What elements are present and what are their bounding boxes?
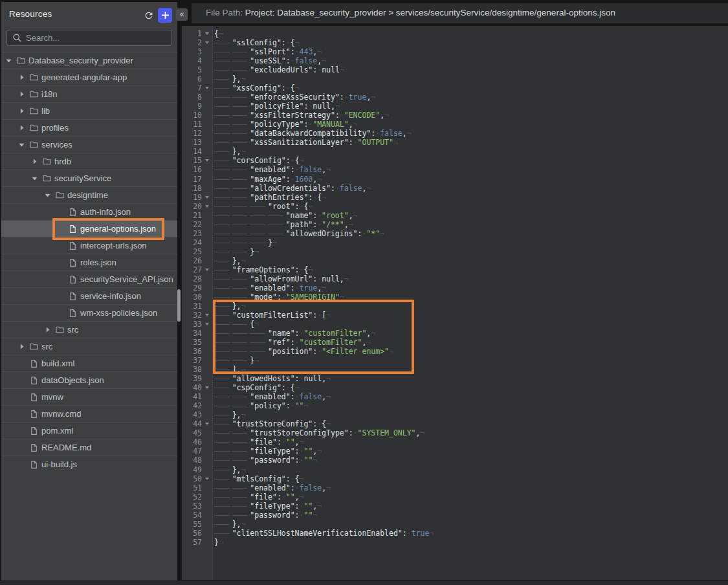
fold-arrow-icon[interactable] [205,87,209,89]
code-text: "policyType":·"MANUAL",¬ [214,120,358,129]
tab-invisible [214,311,232,319]
tree-item-Database_security_provider[interactable]: Database_security_provider [1,52,177,69]
tree-item-ui-build.js[interactable]: ui-build.js [1,456,177,472]
code-line-33: 33{¬ [182,320,728,329]
line-number: 26 [182,256,202,265]
fold-arrow-icon[interactable] [205,386,209,389]
code-line-3: 3"sslPort":·443,¬ [182,47,728,56]
tree-item-label: auth-info.json [80,207,131,217]
fold-arrow-icon[interactable] [205,269,209,271]
line-number: 12 [182,129,202,138]
file-path-label: File Path: [206,8,245,17]
fold-arrow-icon[interactable] [205,323,209,326]
tab-invisible [214,138,232,146]
tree-item-securityService_API.json[interactable]: securityService_API.json [1,270,177,287]
tab-invisible [214,129,232,137]
chevron-right-icon[interactable] [32,159,38,164]
tree-item-mvnw[interactable]: mvnw [1,388,177,405]
tree-item-service-info.json[interactable]: service-info.json [1,287,177,304]
tab-invisible [232,329,250,337]
file-icon [68,309,77,318]
tree-item-generated-angular-app[interactable]: generated-angular-app [1,69,177,85]
chevron-right-icon[interactable] [19,344,25,349]
chevron-down-icon [19,143,25,147]
chevron-down-icon[interactable] [6,58,12,63]
file-icon [29,460,38,469]
tab-invisible [250,202,268,210]
code-line-36: 36"position":·"<Filter·enum>"¬ [182,347,728,356]
tree-item-README.md[interactable]: README.md [1,439,177,456]
chevron-down-icon [45,193,50,197]
eol-invisible: ¬ [326,311,331,320]
file-icon [29,376,38,385]
tree-item-dataObjects.json[interactable]: dataObjects.json [1,371,177,388]
tree-item-services[interactable]: services [1,136,177,153]
tree-item-src[interactable]: src [1,321,177,338]
chevron-right-icon[interactable] [19,74,25,80]
file-icon [70,259,76,267]
fold-arrow-icon[interactable] [205,205,209,208]
tab-invisible [214,428,232,437]
line-number: 10 [182,111,202,120]
fold-arrow-icon[interactable] [205,314,209,316]
tab-invisible [214,238,232,247]
tab-invisible [214,211,232,219]
code-editor[interactable]: 1{¬2"sslConfig":·{¬3"sslPort":·443,¬4"us… [182,26,728,580]
tree-item-label: lib [41,106,50,116]
tab-invisible [214,365,232,373]
tree-item-designtime[interactable]: designtime [1,186,177,203]
line-number: 43 [182,410,202,419]
tab-invisible [214,338,232,346]
tree-item-profiles[interactable]: profiles [1,119,177,136]
search-input[interactable] [26,33,155,43]
tree-item-securityService[interactable]: securityService [1,170,177,186]
tree-item-intercept-urls.json[interactable]: intercept-urls.json [1,237,177,254]
space-invisible: · [281,292,286,302]
code-line-6: 6},¬ [182,74,728,83]
fold-arrow-icon[interactable] [205,423,209,425]
fold-arrow-icon[interactable] [205,41,209,44]
chevron-right-icon[interactable] [19,91,25,97]
tab-invisible [214,401,232,410]
line-number: 13 [182,138,202,147]
add-resource-button[interactable] [158,8,172,23]
tree-item-label: src [67,325,78,335]
tab-invisible [232,401,250,410]
refresh-button[interactable] [144,10,154,21]
fold-arrow-icon[interactable] [205,159,209,162]
tab-invisible [214,302,232,310]
tree-item-mvnw.cmd[interactable]: mvnw.cmd [1,405,177,422]
line-number: 6 [182,74,202,83]
tree-item-roles.json[interactable]: roles.json [1,254,177,270]
chevron-down-icon[interactable] [32,175,38,181]
tree-item-wm-xss-policies.json[interactable]: wm-xss-policies.json [1,304,177,321]
tree-item-pom.xml[interactable]: pom.xml [1,422,177,439]
code-line-45: 45"trustStoreConfigType":·"SYSTEM_ONLY",… [182,428,728,437]
chevron-right-icon[interactable] [19,125,25,131]
tree-item-auth-info.json[interactable]: auth-info.json [1,203,177,220]
line-number: 17 [182,175,202,184]
tree-item-hrdb[interactable]: hrdb [1,153,177,170]
fold-arrow-icon[interactable] [205,478,209,480]
chevron-right-icon [20,108,24,114]
collapse-sidebar-button[interactable]: « [176,8,188,21]
chevron-right-icon[interactable] [45,327,50,333]
tab-invisible [214,483,232,492]
tree-item-lib[interactable]: lib [1,102,177,119]
chevron-down-icon[interactable] [19,142,25,148]
folder-icon [29,140,38,149]
code-text: }¬ [214,356,259,365]
sidebar-scrollbar-thumb[interactable] [177,289,181,322]
fold-arrow-icon[interactable] [205,32,209,35]
folder-icon [16,56,25,65]
eol-invisible: ¬ [317,175,322,184]
tree-item-build.xml[interactable]: build.xml [1,355,177,371]
tree-item-src[interactable]: src [1,338,177,355]
code-text: "ref":·"customFilter",¬ [214,338,371,347]
chevron-right-icon[interactable] [19,108,25,114]
chevron-down-icon[interactable] [45,192,50,198]
tree-item-general-options.json[interactable]: general-options.json [1,220,177,237]
code-text: "allowedHosts":·null,¬ [214,374,331,383]
tree-item-i18n[interactable]: i18n [1,85,177,102]
fold-arrow-icon[interactable] [205,196,209,199]
